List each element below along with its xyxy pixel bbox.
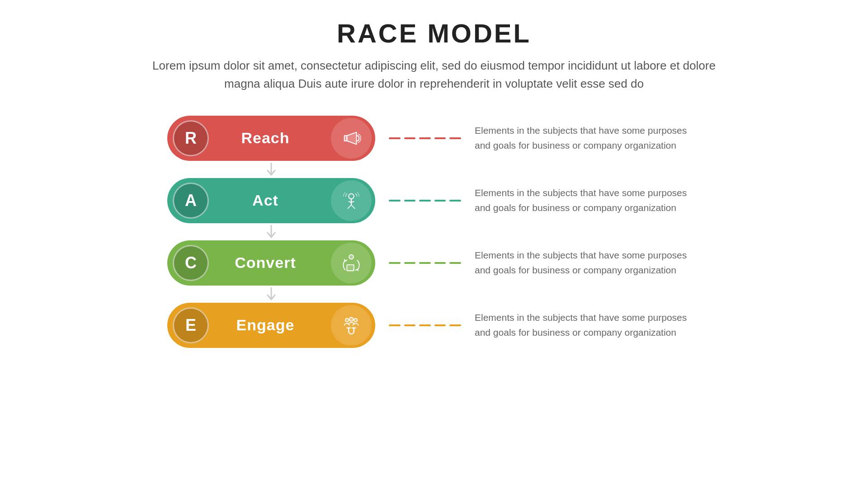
convert-right: Elements in the subjects that have some … [389, 248, 701, 277]
act-right: Elements in the subjects that have some … [389, 186, 701, 215]
engage-label: Engage [200, 316, 331, 334]
arrow-2 [167, 223, 375, 240]
reach-right: Elements in the subjects that have some … [389, 123, 701, 153]
engage-description: Elements in the subjects that have some … [475, 310, 701, 340]
convert-dash [389, 262, 461, 264]
subtitle: Lorem ipsum dolor sit amet, consectetur … [140, 56, 728, 93]
convert-row: C Convert [167, 240, 701, 286]
svg-point-3 [345, 318, 349, 322]
arrow-1 [167, 161, 375, 178]
reach-pill: R Reach [167, 116, 375, 161]
svg-point-0 [349, 193, 354, 199]
page-title: RACE MODEL [337, 18, 531, 48]
svg-point-4 [349, 317, 354, 321]
engage-icon [331, 305, 372, 346]
act-description: Elements in the subjects that have some … [475, 186, 701, 215]
svg-point-1 [349, 254, 354, 259]
reach-dash [389, 137, 461, 139]
reach-label: Reach [200, 129, 331, 147]
convert-icon [331, 243, 372, 283]
engage-right: Elements in the subjects that have some … [389, 310, 701, 340]
svg-rect-2 [347, 264, 354, 270]
act-label: Act [200, 192, 331, 209]
svg-point-5 [354, 318, 358, 322]
act-dash [389, 200, 461, 202]
arrow-3 [167, 286, 375, 303]
act-pill: A Act [167, 178, 375, 223]
act-row: A Act [167, 178, 701, 223]
reach-description: Elements in the subjects that have some … [475, 123, 701, 153]
reach-icon [331, 118, 372, 159]
act-icon [331, 180, 372, 221]
reach-row: R Reach Elements in the s [167, 116, 701, 161]
engage-row: E Engage [167, 303, 701, 348]
engage-dash [389, 324, 461, 326]
engage-pill: E Engage [167, 303, 375, 348]
diagram-area: R Reach Elements in the s [167, 116, 701, 348]
convert-description: Elements in the subjects that have some … [475, 248, 701, 277]
convert-pill: C Convert [167, 240, 375, 286]
convert-label: Convert [200, 254, 331, 272]
